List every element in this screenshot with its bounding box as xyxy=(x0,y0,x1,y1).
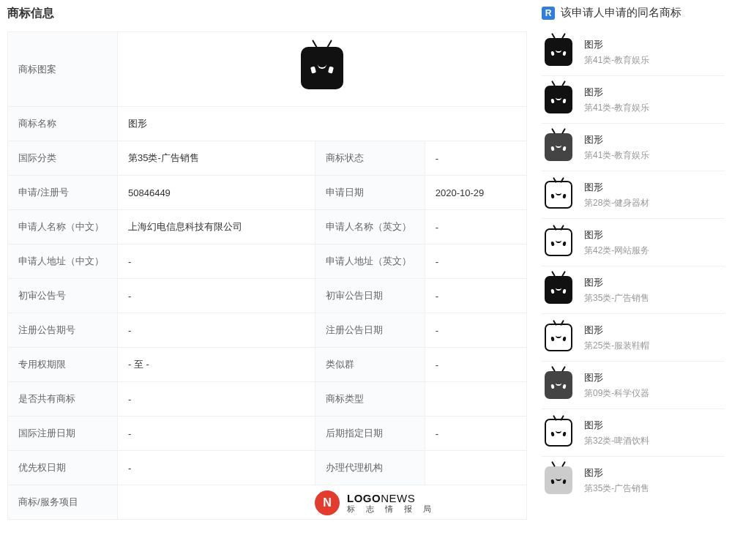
related-trademark-name: 图形 xyxy=(584,181,649,194)
row-label: 申请人名称（英文） xyxy=(315,210,425,244)
related-trademark-item[interactable]: 图形第42类-网站服务 xyxy=(542,219,725,266)
related-trademark-item[interactable]: 图形第41类-教育娱乐 xyxy=(542,76,725,124)
row-value: - xyxy=(425,244,526,279)
related-trademarks-list: 图形第41类-教育娱乐图形第41类-教育娱乐图形第41类-教育娱乐图形第28类-… xyxy=(542,29,725,504)
row-value: - xyxy=(425,348,526,382)
related-trademark-class: 第35类-广告销售 xyxy=(584,482,649,495)
bilibili-tv-icon xyxy=(545,86,572,113)
watermark-subtitle: 标 志 情 报 局 xyxy=(347,504,436,514)
trademark-thumb xyxy=(542,273,575,307)
row-label: 国际分类 xyxy=(8,141,118,176)
related-trademark-item[interactable]: 图形第28类-健身器材 xyxy=(542,171,725,219)
sidebar-title: 该申请人申请的同名商标 xyxy=(561,6,681,20)
related-trademark-class: 第41类-教育娱乐 xyxy=(584,54,649,67)
watermark-logo: LOGO xyxy=(347,492,381,504)
row-value: - xyxy=(425,279,526,313)
row-label: 商标状态 xyxy=(315,141,425,176)
bilibili-tv-icon xyxy=(545,38,572,66)
row-label: 初审公告号 xyxy=(8,279,118,313)
row-value: - xyxy=(425,210,526,244)
row-value: - xyxy=(118,382,315,417)
row-value xyxy=(425,451,526,485)
related-trademark-name: 图形 xyxy=(584,133,649,146)
related-trademark-item[interactable]: 图形第41类-教育娱乐 xyxy=(542,29,725,76)
related-trademark-item[interactable]: 图形第25类-服装鞋帽 xyxy=(542,314,725,362)
page-title: 商标信息 xyxy=(7,0,527,31)
row-label: 国际注册日期 xyxy=(8,417,118,451)
trademark-image-cell xyxy=(118,32,527,107)
bilibili-tv-icon xyxy=(545,181,572,209)
logonews-icon: N xyxy=(315,490,340,515)
row-value: - xyxy=(425,313,526,348)
related-trademark-item[interactable]: 图形第41类-教育娱乐 xyxy=(542,124,725,171)
row-label: 商标类型 xyxy=(315,382,425,417)
row-label: 优先权日期 xyxy=(8,451,118,485)
related-trademark-item[interactable]: 图形第32类-啤酒饮料 xyxy=(542,409,725,457)
related-trademark-name: 图形 xyxy=(584,466,649,479)
related-trademark-class: 第41类-教育娱乐 xyxy=(584,102,649,114)
row-label: 注册公告日期 xyxy=(315,313,425,348)
row-value: - xyxy=(118,417,315,451)
related-trademark-name: 图形 xyxy=(584,371,649,384)
trademark-thumb xyxy=(542,178,575,212)
related-trademark-class: 第41类-教育娱乐 xyxy=(584,149,649,162)
bilibili-tv-icon xyxy=(301,47,343,89)
related-trademark-class: 第35类-广告销售 xyxy=(584,292,649,305)
row-label: 类似群 xyxy=(315,348,425,382)
row-value: 图形 xyxy=(118,107,527,141)
related-trademark-item[interactable]: 图形第35类-广告销售 xyxy=(542,266,725,314)
row-value: 50846449 xyxy=(118,176,315,210)
trademark-info-table: 商标图案 商标名称图形国际分类第35类-广告销售商标状态-申请/注册号50846… xyxy=(7,31,527,520)
trademark-thumb xyxy=(542,83,575,116)
bilibili-tv-icon xyxy=(545,324,572,351)
row-value: - 至 - xyxy=(118,348,315,382)
row-value: 第35类-广告销售 xyxy=(118,141,315,176)
trademark-thumb xyxy=(542,463,575,497)
related-trademark-name: 图形 xyxy=(584,419,649,432)
row-label: 申请人地址（中文） xyxy=(8,244,118,279)
bilibili-tv-icon xyxy=(545,419,572,447)
row-label: 申请日期 xyxy=(315,176,425,210)
row-value xyxy=(425,382,526,417)
related-trademark-name: 图形 xyxy=(584,228,649,242)
logonews-watermark: N LOGONEWS 标 志 情 报 局 xyxy=(315,490,436,515)
related-trademark-class: 第28类-健身器材 xyxy=(584,197,649,209)
row-label: 办理代理机构 xyxy=(315,451,425,485)
row-label: 商标/服务项目 xyxy=(8,485,118,520)
related-trademark-class: 第09类-科学仪器 xyxy=(584,387,649,400)
row-label: 后期指定日期 xyxy=(315,417,425,451)
row-label: 申请人名称（中文） xyxy=(8,210,118,244)
related-trademark-name: 图形 xyxy=(584,324,649,337)
trademark-thumb xyxy=(542,321,575,354)
bilibili-tv-icon xyxy=(545,371,572,399)
row-label: 申请人地址（英文） xyxy=(315,244,425,279)
related-trademark-item[interactable]: 图形第09类-科学仪器 xyxy=(542,362,725,409)
bilibili-tv-icon xyxy=(545,276,572,304)
trademark-thumb xyxy=(542,130,575,164)
row-value: 2020-10-29 xyxy=(425,176,526,210)
trademark-thumb xyxy=(542,225,575,259)
related-trademark-name: 图形 xyxy=(584,276,649,289)
row-label: 注册公告期号 xyxy=(8,313,118,348)
row-label: 是否共有商标 xyxy=(8,382,118,417)
trademark-thumb xyxy=(542,368,575,402)
bilibili-tv-icon xyxy=(545,133,572,161)
related-trademark-class: 第42类-网站服务 xyxy=(584,244,649,257)
trademark-thumb xyxy=(542,35,575,69)
related-trademark-item[interactable]: 图形第35类-广告销售 xyxy=(542,457,725,504)
applicant-link[interactable]: 上海幻电信息科技有限公司 xyxy=(118,210,315,244)
sidebar-header: R 该申请人申请的同名商标 xyxy=(542,0,725,29)
related-trademark-name: 图形 xyxy=(584,86,649,99)
row-value: - xyxy=(118,313,315,348)
row-label: 初审公告日期 xyxy=(315,279,425,313)
bilibili-tv-icon xyxy=(545,466,572,494)
trademark-thumb xyxy=(542,416,575,449)
row-label-image: 商标图案 xyxy=(8,32,118,107)
row-value: - xyxy=(118,451,315,485)
bilibili-tv-icon xyxy=(545,228,572,256)
row-label: 专用权期限 xyxy=(8,348,118,382)
row-value: - xyxy=(118,244,315,279)
row-value: - xyxy=(118,279,315,313)
related-trademark-class: 第32类-啤酒饮料 xyxy=(584,435,649,447)
related-trademark-class: 第25类-服装鞋帽 xyxy=(584,340,649,352)
